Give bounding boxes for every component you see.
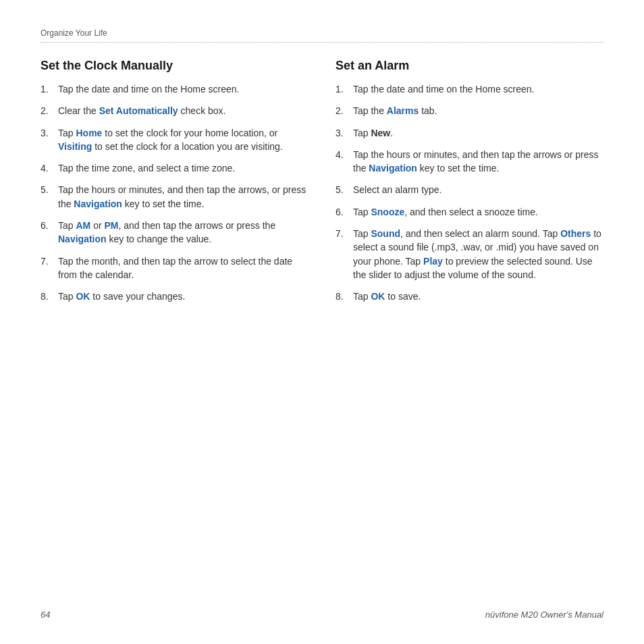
list-item: 2.Tap the Alarms tab. — [336, 104, 603, 117]
footer-page-number: 64 — [41, 610, 50, 620]
highlight-blue: Snooze — [371, 207, 404, 217]
step-text: Tap the Alarms tab. — [353, 104, 437, 117]
left-step-list: 1.Tap the date and time on the Home scre… — [41, 82, 308, 304]
step-number: 4. — [41, 161, 58, 175]
list-item: 6.Tap Snooze, and then select a snooze t… — [336, 205, 603, 219]
list-item: 8.Tap OK to save your changes. — [41, 290, 308, 303]
step-text: Tap OK to save. — [353, 290, 421, 303]
step-number: 1. — [336, 82, 353, 96]
highlight-bold: New — [371, 128, 390, 138]
step-text: Tap Snooze, and then select a snooze tim… — [353, 205, 538, 219]
step-text: Clear the Set Automatically check box. — [58, 104, 226, 117]
highlight-blue: OK — [371, 291, 385, 302]
step-text: Tap the date and time on the Home screen… — [58, 82, 240, 96]
step-text: Select an alarm type. — [353, 183, 442, 196]
list-item: 5.Select an alarm type. — [336, 183, 603, 196]
step-number: 8. — [336, 290, 353, 303]
list-item: 1.Tap the date and time on the Home scre… — [41, 82, 308, 96]
header-bar: Organize Your Life — [41, 27, 603, 43]
step-text: Tap the time zone, and select a time zon… — [58, 161, 235, 175]
highlight-blue: Play — [423, 256, 443, 267]
step-number: 2. — [336, 104, 353, 117]
step-text: Tap the hours or minutes, and then tap t… — [58, 183, 308, 211]
step-text: Tap Sound, and then select an alarm soun… — [353, 227, 603, 281]
list-item: 7.Tap the month, and then tap the arrow … — [41, 254, 308, 282]
step-number: 4. — [336, 148, 353, 176]
step-number: 7. — [41, 254, 58, 282]
step-number: 6. — [336, 205, 353, 219]
step-number: 7. — [336, 227, 353, 281]
highlight-blue: Sound — [371, 228, 400, 239]
step-text: Tap AM or PM, and then tap the arrows or… — [58, 219, 308, 246]
highlight-blue: Navigation — [58, 234, 107, 244]
step-text: Tap New. — [353, 126, 393, 140]
page-container: Organize Your Life Set the Clock Manuall… — [0, 0, 644, 644]
footer-bar: 64 nüvifone M20 Owner's Manual — [41, 610, 603, 620]
right-column: Set an Alarm 1.Tap the date and time on … — [336, 59, 603, 312]
step-number: 5. — [41, 183, 58, 211]
step-text: Tap the month, and then tap the arrow to… — [58, 254, 308, 282]
list-item: 4.Tap the time zone, and select a time z… — [41, 161, 308, 175]
left-column: Set the Clock Manually 1.Tap the date an… — [41, 59, 308, 312]
right-step-list: 1.Tap the date and time on the Home scre… — [336, 82, 603, 304]
highlight-blue: PM — [104, 220, 118, 231]
highlight-blue: Navigation — [369, 163, 417, 173]
right-section-title: Set an Alarm — [336, 59, 603, 73]
list-item: 8.Tap OK to save. — [336, 290, 603, 303]
highlight-blue: Home — [76, 128, 102, 138]
highlight-blue: Others — [560, 228, 591, 239]
list-item: 7.Tap Sound, and then select an alarm so… — [336, 227, 603, 281]
step-text: Tap Home to set the clock for your home … — [58, 126, 308, 154]
highlight-blue: Visiting — [58, 141, 92, 152]
step-number: 8. — [41, 290, 58, 303]
step-number: 6. — [41, 219, 58, 246]
step-number: 3. — [41, 126, 58, 154]
step-text: Tap OK to save your changes. — [58, 290, 185, 303]
list-item: 5.Tap the hours or minutes, and then tap… — [41, 183, 308, 211]
content-columns: Set the Clock Manually 1.Tap the date an… — [41, 59, 603, 312]
highlight-blue: AM — [76, 220, 90, 231]
highlight-blue: Set Automatically — [99, 105, 178, 116]
highlight-blue: OK — [76, 291, 90, 302]
step-number: 2. — [41, 104, 58, 117]
footer-manual-title: nüvifone M20 Owner's Manual — [485, 610, 603, 620]
list-item: 4.Tap the hours or minutes, and then tap… — [336, 148, 603, 176]
list-item: 3.Tap Home to set the clock for your hom… — [41, 126, 308, 154]
step-number: 1. — [41, 82, 58, 96]
highlight-blue: Navigation — [74, 198, 122, 209]
step-number: 3. — [336, 126, 353, 140]
list-item: 6.Tap AM or PM, and then tap the arrows … — [41, 219, 308, 246]
step-text: Tap the date and time on the Home screen… — [353, 82, 535, 96]
left-section-title: Set the Clock Manually — [41, 59, 308, 73]
highlight-blue: Alarms — [387, 105, 419, 116]
list-item: 1.Tap the date and time on the Home scre… — [336, 82, 603, 96]
list-item: 3.Tap New. — [336, 126, 603, 140]
step-number: 5. — [336, 183, 353, 196]
list-item: 2.Clear the Set Automatically check box. — [41, 104, 308, 117]
step-text: Tap the hours or minutes, and then tap t… — [353, 148, 603, 176]
header-label: Organize Your Life — [41, 28, 107, 38]
